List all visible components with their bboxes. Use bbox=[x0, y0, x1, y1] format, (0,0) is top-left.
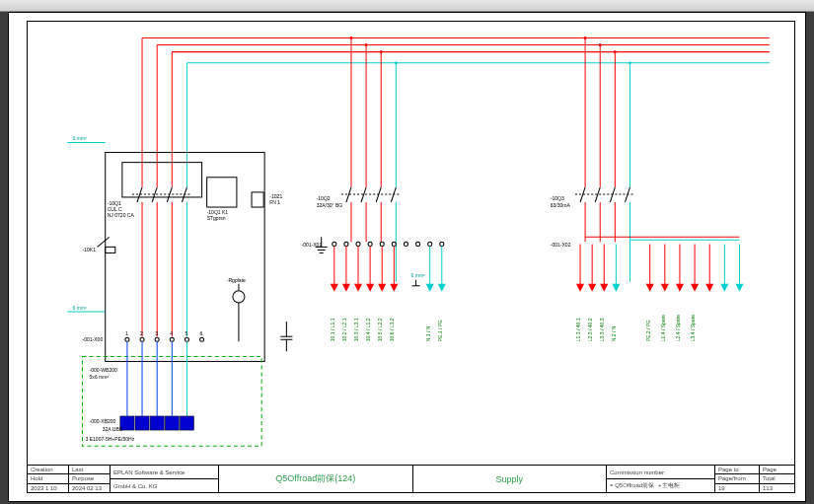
svg-text:N.2 / N: N.2 / N bbox=[611, 325, 617, 341]
svg-text:NJ 0720 CA: NJ 0720 CA bbox=[108, 212, 135, 218]
svg-point-56 bbox=[185, 337, 188, 341]
svg-text:1: 1 bbox=[125, 330, 128, 336]
svg-text:32A UBS: 32A UBS bbox=[103, 426, 123, 432]
svg-point-20 bbox=[584, 36, 587, 39]
svg-rect-71 bbox=[180, 416, 193, 430]
schematic-svg: 6 mm² 6 mm² -10Q1 CUL C NJ 0720 CA bbox=[28, 22, 794, 492]
page-title: Supply bbox=[413, 466, 607, 492]
wire-size-1: 6 mm² bbox=[72, 135, 87, 141]
svg-text:2: 2 bbox=[140, 330, 143, 336]
svg-point-54 bbox=[170, 337, 174, 341]
svg-marker-138 bbox=[588, 284, 596, 292]
svg-point-23 bbox=[629, 61, 631, 64]
svg-marker-113 bbox=[438, 284, 446, 292]
ground-small bbox=[412, 280, 420, 286]
svg-rect-39 bbox=[106, 247, 115, 252]
drawing-canvas[interactable]: 6 mm² 6 mm² -10Q1 CUL C NJ 0720 CA bbox=[8, 12, 806, 502]
svg-rect-70 bbox=[165, 416, 179, 430]
svg-text:63/30mA: 63/30mA bbox=[551, 202, 571, 208]
svg-rect-26 bbox=[122, 163, 202, 197]
svg-text:10.3 / L3.1: 10.3 / L3.1 bbox=[353, 318, 359, 341]
svg-point-50 bbox=[140, 337, 144, 341]
tb-creation: Creation bbox=[28, 466, 68, 474]
svg-text:L3.4 / Spare: L3.4 / Spare bbox=[690, 315, 696, 342]
svg-marker-109 bbox=[390, 284, 398, 292]
arrow-labels-2: L1.3 / 40.1 L2.3 / 40.2 L3.3 / 40.3 N.2 … bbox=[575, 315, 696, 342]
svg-point-93 bbox=[392, 242, 396, 246]
drawing-frame: 6 mm² 6 mm² -10Q1 CUL C NJ 0720 CA bbox=[27, 21, 795, 493]
svg-point-15 bbox=[395, 61, 398, 64]
svg-point-97 bbox=[440, 242, 444, 246]
svg-text:6 mm²: 6 mm² bbox=[411, 272, 426, 278]
breaker-10q3 bbox=[575, 187, 635, 202]
svg-text:10.4 / L1.2: 10.4 / L1.2 bbox=[365, 318, 371, 341]
svg-marker-101 bbox=[342, 284, 350, 292]
svg-point-92 bbox=[380, 242, 384, 246]
svg-text:L1.3 / 40.1: L1.3 / 40.1 bbox=[575, 318, 581, 341]
svg-point-58 bbox=[200, 337, 204, 341]
svg-text:10.1 / L1.1: 10.1 / L1.1 bbox=[330, 318, 335, 341]
svg-point-14 bbox=[380, 50, 383, 53]
svg-marker-111 bbox=[426, 284, 434, 292]
svg-point-95 bbox=[416, 242, 420, 246]
svg-text:32A/30° BG: 32A/30° BG bbox=[317, 202, 343, 208]
terminal-x00-pins: 1 2 3 4 5 6 bbox=[125, 330, 204, 341]
svg-point-45 bbox=[233, 291, 245, 303]
main-breaker bbox=[132, 187, 192, 202]
term-x00-tag: -001-X00 bbox=[83, 336, 104, 342]
svg-text:N.1 / N: N.1 / N bbox=[425, 325, 431, 341]
svg-point-13 bbox=[365, 43, 368, 46]
svg-point-12 bbox=[349, 36, 352, 39]
dist2-tag: -001-X02 bbox=[551, 242, 571, 248]
svg-point-22 bbox=[614, 50, 617, 53]
svg-marker-107 bbox=[378, 284, 386, 292]
svg-rect-36 bbox=[252, 192, 263, 207]
svg-marker-99 bbox=[331, 284, 338, 292]
svg-marker-156 bbox=[735, 284, 743, 292]
svg-point-94 bbox=[404, 242, 407, 246]
plate-label: -Rgplate bbox=[227, 277, 246, 283]
svg-marker-148 bbox=[676, 284, 684, 292]
svg-rect-68 bbox=[135, 416, 149, 430]
svg-point-88 bbox=[333, 242, 336, 246]
svg-text:L2.4 / Spare: L2.4 / Spare bbox=[675, 315, 681, 342]
safety-relay bbox=[98, 237, 115, 252]
arrow-group-2 bbox=[576, 244, 744, 291]
cable1-tag: -000-WB200 bbox=[90, 367, 117, 373]
svg-point-48 bbox=[125, 337, 129, 341]
svg-marker-150 bbox=[691, 284, 699, 292]
breaker-10q2 bbox=[341, 187, 402, 202]
svg-marker-136 bbox=[576, 284, 584, 292]
arrow-labels-1: 10.1 / L1.1 10.2 / L2.1 10.3 / L3.1 10.4… bbox=[330, 318, 443, 341]
breaker2-tag: -10Q2 bbox=[317, 195, 331, 201]
viewport: 6 mm² 6 mm² -10Q1 CUL C NJ 0720 CA bbox=[0, 0, 814, 504]
svg-text:L1.4 / Spare: L1.4 / Spare bbox=[660, 315, 666, 342]
svg-point-21 bbox=[599, 43, 602, 46]
svg-marker-154 bbox=[720, 284, 728, 292]
arrow-group-1 bbox=[331, 246, 446, 291]
svg-text:10.2 / L2.1: 10.2 / L2.1 bbox=[341, 318, 347, 341]
svg-text:4: 4 bbox=[170, 330, 173, 336]
project-title: Q5Offroad前保(124) bbox=[219, 466, 412, 492]
svg-marker-146 bbox=[661, 284, 669, 292]
svg-text:3 E1007-5H+PE/50Hz: 3 E1007-5H+PE/50Hz bbox=[86, 436, 135, 442]
svg-marker-144 bbox=[646, 284, 654, 292]
dist1-tag: -001-X01 bbox=[302, 242, 323, 248]
ground-2 bbox=[280, 322, 292, 351]
svg-text:FN 1: FN 1 bbox=[269, 199, 280, 205]
svg-marker-140 bbox=[600, 284, 608, 292]
svg-text:STgprsn: STgprsn bbox=[207, 215, 226, 221]
svg-text:PE.1 / PE: PE.1 / PE bbox=[437, 320, 443, 341]
svg-rect-69 bbox=[150, 416, 164, 430]
svg-point-96 bbox=[428, 242, 432, 246]
breaker3-tag: -10Q3 bbox=[551, 195, 564, 201]
svg-text:5x6 mm²: 5x6 mm² bbox=[90, 374, 110, 380]
svg-text:5: 5 bbox=[185, 330, 187, 336]
svg-point-90 bbox=[356, 242, 360, 246]
svg-rect-34 bbox=[207, 178, 237, 207]
svg-text:3: 3 bbox=[155, 330, 158, 336]
svg-marker-105 bbox=[366, 284, 374, 292]
svg-point-52 bbox=[155, 337, 159, 341]
svg-point-91 bbox=[368, 242, 372, 246]
svg-text:6: 6 bbox=[200, 330, 203, 336]
